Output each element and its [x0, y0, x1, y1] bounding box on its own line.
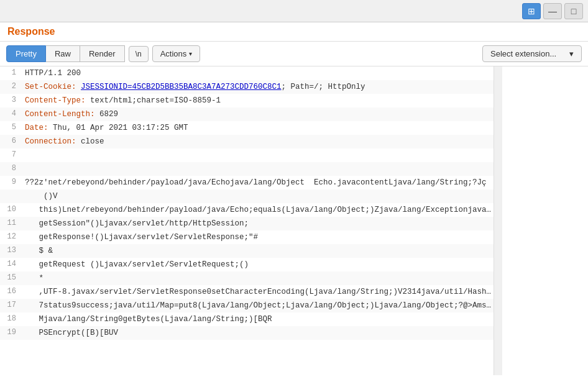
line-number: 14: [0, 258, 22, 270]
line-number: 1: [0, 66, 22, 79]
line-content: [22, 148, 494, 162]
line-content: Set-Cookie: JSESSIONID=45CB2D5BB35BA8C3A…: [22, 80, 494, 94]
extension-select-label: Select extension...: [490, 49, 556, 58]
header-key: Content-Length:: [25, 110, 99, 119]
table-row: 5 Date: Thu, 01 Apr 2021 03:17:25 GMT: [0, 121, 494, 135]
line-number: 3: [0, 94, 22, 106]
header-key: Set-Cookie:: [25, 83, 81, 91]
line-content: ()V: [22, 189, 494, 203]
line-number: 6: [0, 135, 22, 147]
line-number: 12: [0, 230, 22, 243]
line-content: Date: Thu, 01 Apr 2021 03:17:25 GMT: [22, 121, 494, 135]
line-number: 15: [0, 271, 22, 284]
line-content: ,UTF-8.javax/servlet/ServletResponse0set…: [22, 285, 494, 299]
line-content: [22, 162, 494, 176]
line-content: Content-Type: text/html;charset=ISO-8859…: [22, 94, 494, 107]
line-number: 2: [0, 80, 22, 93]
top-bar: ⊞ — □: [0, 0, 588, 22]
line-content: getRequest ()Ljavax/servlet/ServletReque…: [22, 258, 494, 271]
toolbar: Pretty Raw Render \n Actions ▾ Select ex…: [0, 42, 588, 66]
line-number: 10: [0, 203, 22, 216]
table-row: 18 Mjava/lang/String0getBytes(Ljava/lang…: [0, 312, 494, 326]
line-number: 16: [0, 285, 22, 298]
line-content: this)Lnet/rebeyond/behinder/payload/java…: [22, 203, 494, 217]
line-number: 4: [0, 107, 22, 120]
actions-button[interactable]: Actions ▾: [152, 45, 201, 62]
chevron-down-icon: ▾: [189, 50, 192, 57]
line-content: $ &: [22, 244, 494, 258]
line-content: 7status9success;java/util/Map=put8(Ljava…: [22, 299, 494, 312]
line-content: getSession"()Ljavax/servlet/http/HttpSes…: [22, 217, 494, 230]
code-lines: 1 HTTP/1.1 200 2 Set-Cookie: JSESSIONID=…: [0, 66, 494, 340]
extension-select-chevron: ▾: [569, 49, 574, 58]
header-key: Content-Type:: [25, 96, 90, 105]
table-row: 6 Connection: close: [0, 135, 494, 148]
line-number: 19: [0, 326, 22, 339]
table-row: 2 Set-Cookie: JSESSIONID=45CB2D5BB35BA8C…: [0, 80, 494, 94]
line-number: 11: [0, 217, 22, 229]
panel-title: Response: [7, 26, 55, 37]
line-content: Connection: close: [22, 135, 494, 148]
table-row: 9 ??2z'net/rebeyond/behinder/payload/jav…: [0, 176, 494, 189]
line-number: 9: [0, 176, 22, 188]
table-row: 17 7status9success;java/util/Map=put8(Lj…: [0, 299, 494, 312]
extension-select[interactable]: Select extension... ▾: [482, 45, 582, 62]
line-content: HTTP/1.1 200: [22, 66, 494, 80]
table-row: 12 getResponse!()Ljavax/servlet/ServletR…: [0, 230, 494, 244]
session-id: JSESSIONID=45CB2D5BB35BA8C3A7A273CDD760C…: [81, 83, 282, 91]
scrollbar[interactable]: [494, 66, 502, 375]
line-number: 18: [0, 312, 22, 325]
table-row: 16 ,UTF-8.javax/servlet/ServletResponse0…: [0, 285, 494, 299]
table-row: 1 HTTP/1.1 200: [0, 66, 494, 80]
table-row: 7: [0, 148, 494, 162]
line-content: Mjava/lang/String0getBytes(Ljava/lang/St…: [22, 312, 494, 326]
table-row: 3 Content-Type: text/html;charset=ISO-88…: [0, 94, 494, 107]
minimize-button[interactable]: —: [543, 3, 562, 19]
table-row: 10 this)Lnet/rebeyond/behinder/payload/j…: [0, 203, 494, 217]
table-row: 13 $ &: [0, 244, 494, 258]
content-area[interactable]: 1 HTTP/1.1 200 2 Set-Cookie: JSESSIONID=…: [0, 66, 494, 375]
line-content: ??2z'net/rebeyond/behinder/payload/java/…: [22, 176, 494, 189]
table-row: 8: [0, 162, 494, 176]
line-number: 5: [0, 121, 22, 134]
line-content: PSEncrypt([B)[BUV: [22, 326, 494, 340]
line-number: 13: [0, 244, 22, 257]
line-number: [0, 189, 22, 190]
table-row: 19 PSEncrypt([B)[BUV: [0, 326, 494, 340]
tab-render[interactable]: Render: [80, 45, 125, 62]
line-number: 17: [0, 299, 22, 311]
header-key: Connection:: [25, 137, 81, 146]
tab-raw[interactable]: Raw: [46, 45, 80, 62]
line-number: 8: [0, 162, 22, 175]
line-content: Content-Length: 6829: [22, 107, 494, 121]
split-view-button[interactable]: ⊞: [522, 3, 541, 19]
actions-label: Actions: [160, 49, 187, 58]
line-number: 7: [0, 148, 22, 161]
table-row: 11 getSession"()Ljavax/servlet/http/Http…: [0, 217, 494, 230]
table-row: 15 *: [0, 271, 494, 285]
newline-button[interactable]: \n: [129, 46, 149, 62]
line-content: getResponse!()Ljavax/servlet/ServletResp…: [22, 230, 494, 244]
table-row: ()V: [0, 189, 494, 203]
content-wrapper: 1 HTTP/1.1 200 2 Set-Cookie: JSESSIONID=…: [0, 66, 588, 375]
maximize-button[interactable]: □: [564, 3, 583, 19]
table-row: 14 getRequest ()Ljavax/servlet/ServletRe…: [0, 258, 494, 271]
header-key: Date:: [25, 124, 53, 132]
line-content: *: [22, 271, 494, 285]
panel-header: Response: [0, 22, 588, 42]
tab-pretty[interactable]: Pretty: [6, 45, 46, 62]
table-row: 4 Content-Length: 6829: [0, 107, 494, 121]
